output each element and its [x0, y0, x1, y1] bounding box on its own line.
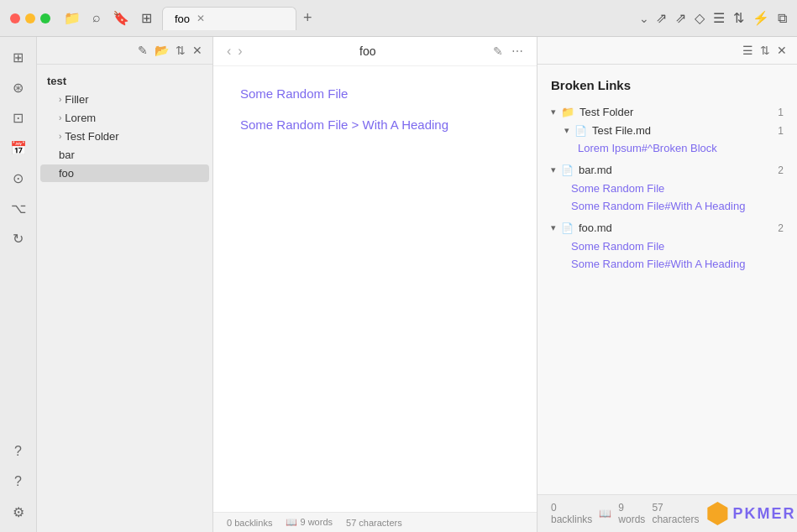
maximize-traffic-light[interactable]	[40, 13, 50, 23]
editor-link-2[interactable]: Some Random File > With A Heading	[240, 117, 510, 132]
tree-root[interactable]: test	[40, 72, 209, 90]
bookmark-icon[interactable]: 🔖	[113, 10, 129, 26]
right-panel-toolbar: ☰ ⇅ ✕	[537, 37, 797, 65]
rp-section-row-bar[interactable]: ▾ 📄 bar.md 2	[537, 160, 797, 180]
editor-link-1[interactable]: Some Random File	[240, 86, 510, 101]
editor-action-icons: ✎ ⋯	[493, 44, 523, 58]
rp-section-bar: ▾ 📄 bar.md 2 Some Random File Some Rando…	[537, 160, 797, 215]
activity-files[interactable]: ⊞	[5, 44, 32, 70]
footer-backlinks: 0 backlinks	[551, 502, 592, 525]
nav-forward-button[interactable]: ›	[238, 44, 242, 59]
titlebar: 📁 ⌕ 🔖 ⊞ foo ✕ + ⌄ ⇗ ⇗ ◇ ☰ ⇅ ⚡ ⧉	[0, 0, 797, 37]
tree-item-lorem[interactable]: › Lorem	[40, 109, 209, 127]
activity-bar: ⊞ ⊛ ⊡ 📅 ⊙ ⌥ ↻ ? ? ⚙	[0, 37, 37, 532]
activity-copy[interactable]: ⊙	[5, 164, 32, 191]
pkmer-text: PKMER	[732, 505, 795, 523]
tree-root-label: test	[47, 75, 66, 87]
titlebar-right-icons: ⇗ ⇗ ◇ ☰ ⇅ ⚡ ⧉	[656, 10, 787, 26]
search-icon[interactable]: ⌕	[92, 10, 101, 26]
pkmer-hex-icon	[705, 502, 729, 525]
tree-item-label: foo	[59, 167, 74, 180]
chevron-icon: ›	[59, 113, 61, 123]
rp-child-test-file[interactable]: ▾ 📄 Test File.md 1	[537, 122, 797, 139]
more-options-icon[interactable]: ⋯	[511, 44, 523, 58]
footer-words: 9 words	[618, 502, 645, 525]
split-panel-icon[interactable]: ⧉	[778, 11, 787, 26]
file-tree-toolbar: ✎ 📂 ⇅ ✕	[37, 37, 212, 65]
tree-item-bar[interactable]: bar	[40, 146, 209, 164]
rp-link-text: Some Random File	[571, 240, 664, 253]
main-area: ⊞ ⊛ ⊡ 📅 ⊙ ⌥ ↻ ? ? ⚙ ✎ 📂 ⇅ ✕ test › Fille…	[0, 37, 797, 532]
rp-section-row-test-folder[interactable]: ▾ 📁 Test Folder 1	[537, 102, 797, 122]
editor-status-bar: 0 backlinks 📖 9 words 57 characters	[213, 512, 537, 532]
rp-bar-link-1[interactable]: Some Random File	[537, 180, 797, 197]
editor-content: Some Random File Some Random File > With…	[213, 66, 537, 512]
folder-icon[interactable]: 📁	[64, 10, 81, 26]
backlinks-status: 0 backlinks	[227, 518, 272, 528]
rp-bar-link-2[interactable]: Some Random File#With A Heading	[537, 197, 797, 215]
words-status: 📖 9 words	[286, 517, 333, 528]
rp-link-text: Lorem Ipsum#^Broken Block	[578, 142, 717, 154]
activity-settings[interactable]: ⚙	[5, 498, 32, 525]
sort-icon[interactable]: ⇅	[733, 10, 744, 26]
activity-graph[interactable]: ⊛	[5, 74, 32, 101]
sort-tree-icon[interactable]: ⇅	[176, 44, 186, 57]
rp-sort-icon[interactable]: ⇅	[760, 44, 770, 57]
tree-item-foo[interactable]: foo	[40, 164, 209, 182]
tree-item-test-folder[interactable]: › Test Folder	[40, 128, 209, 145]
activity-help[interactable]: ?	[5, 468, 32, 495]
activity-grid[interactable]: ⊡	[5, 104, 32, 131]
tree-item-label: Lorem	[65, 112, 96, 124]
rp-link-lorem-ipsum[interactable]: Lorem Ipsum#^Broken Block	[537, 139, 797, 157]
rp-child-count: 1	[778, 125, 784, 137]
rp-foo-link-1[interactable]: Some Random File	[537, 237, 797, 255]
activity-help2[interactable]: ?	[5, 438, 32, 465]
new-folder-icon[interactable]: 📂	[155, 44, 169, 57]
rp-list-icon[interactable]: ☰	[742, 44, 753, 57]
rp-count: 2	[778, 222, 784, 234]
book-icon: 📖	[286, 517, 297, 527]
list-view-icon[interactable]: ☰	[713, 10, 725, 26]
file-icon: 📄	[561, 164, 574, 176]
chevron-down-icon: ▾	[551, 222, 556, 233]
rp-section-foo: ▾ 📄 foo.md 2 Some Random File Some Rando…	[537, 218, 797, 273]
minimize-traffic-light[interactable]	[25, 13, 35, 23]
tab-foo[interactable]: foo ✕	[162, 7, 296, 30]
unlink-icon[interactable]: ⇗	[675, 10, 686, 26]
broken-links-header: Broken Links	[537, 75, 797, 102]
close-traffic-light[interactable]	[10, 13, 20, 23]
close-tree-icon[interactable]: ✕	[192, 44, 202, 57]
tag-icon[interactable]: ◇	[695, 10, 705, 26]
link-icon[interactable]: ⇗	[656, 10, 667, 26]
edit-icon[interactable]: ✎	[493, 44, 503, 58]
folder-icon: 📁	[561, 106, 574, 118]
editor-toolbar: ‹ › foo ✎ ⋯	[213, 37, 537, 66]
new-file-icon[interactable]: ✎	[138, 44, 148, 57]
activity-sync[interactable]: ↻	[5, 225, 32, 252]
rp-foo-link-2[interactable]: Some Random File#With A Heading	[537, 255, 797, 273]
rp-link-text: Some Random File	[571, 182, 664, 195]
right-panel-content: Broken Links ▾ 📁 Test Folder 1 ▾ 📄 Test …	[537, 65, 797, 494]
rp-section-row-foo[interactable]: ▾ 📄 foo.md 2	[537, 218, 797, 237]
tab-close-button[interactable]: ✕	[197, 13, 205, 24]
layout-icon[interactable]: ⊞	[141, 10, 152, 26]
rp-close-icon[interactable]: ✕	[777, 44, 787, 57]
rp-section-label: Test Folder	[579, 106, 773, 118]
nav-back-button[interactable]: ‹	[227, 44, 231, 59]
traffic-lights	[10, 13, 50, 23]
chars-status: 57 characters	[346, 518, 402, 528]
chevron-down-icon: ▾	[564, 125, 569, 136]
rp-child-label: Test File.md	[592, 124, 651, 137]
chevron-down-icon: ▾	[551, 107, 556, 117]
new-tab-button[interactable]: +	[296, 9, 319, 27]
tree-item-filler[interactable]: › Filler	[40, 91, 209, 108]
editor-area: ‹ › foo ✎ ⋯ Some Random File Some Random…	[213, 37, 537, 532]
activity-calendar[interactable]: 📅	[5, 134, 32, 161]
chevron-icon: ›	[59, 132, 61, 141]
chevron-icon: ›	[59, 95, 61, 104]
right-panel: ☰ ⇅ ✕ Broken Links ▾ 📁 Test Folder 1 ▾ 📄…	[537, 37, 797, 532]
plugin-icon[interactable]: ⚡	[752, 10, 769, 26]
tab-dropdown-button[interactable]: ⌄	[639, 12, 649, 25]
right-panel-footer: 0 backlinks 📖 9 words 57 characters PKME…	[537, 494, 797, 532]
activity-terminal[interactable]: ⌥	[5, 195, 32, 222]
